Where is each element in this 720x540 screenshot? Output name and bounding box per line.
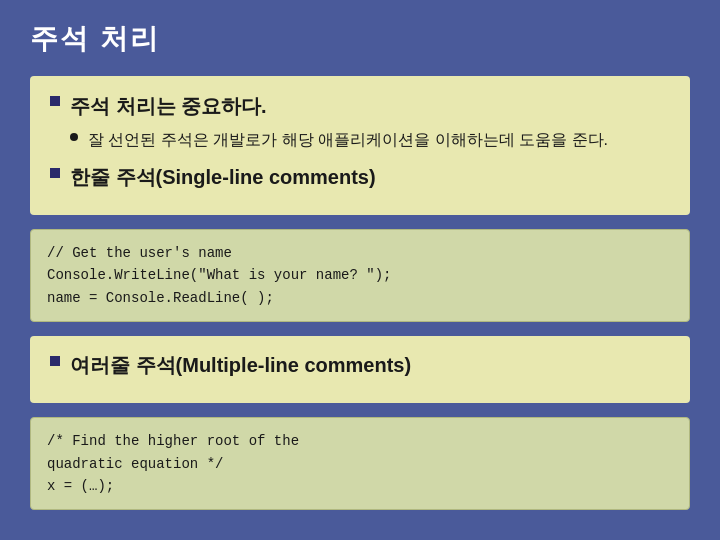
multi-line-header: 여러줄 주석(Multiple-line comments) — [70, 352, 411, 379]
bullet-item-3: 여러줄 주석(Multiple-line comments) — [50, 352, 670, 379]
sub-bullet-text-1: 잘 선언된 주석은 개발로가 해당 애플리케이션을 이해하는데 도움을 준다. — [88, 128, 608, 152]
code-line-3: name = Console.ReadLine( ); — [47, 287, 673, 309]
page-container: 주석 처리 주석 처리는 중요하다. 잘 선언된 주석은 개발로가 해당 애플리… — [0, 0, 720, 540]
main-content-box: 주석 처리는 중요하다. 잘 선언된 주석은 개발로가 해당 애플리케이션을 이… — [30, 76, 690, 215]
page-title: 주석 처리 — [30, 20, 690, 58]
bullet-square-icon — [50, 96, 60, 106]
code-line-4: /* Find the higher root of the — [47, 430, 673, 452]
bullet-square-icon-3 — [50, 356, 60, 366]
code-line-5: quadratic equation */ — [47, 453, 673, 475]
bullet-text-important: 주석 처리는 중요하다. — [70, 92, 267, 120]
sub-bullet-item-1: 잘 선언된 주석은 개발로가 해당 애플리케이션을 이해하는데 도움을 준다. — [70, 128, 670, 152]
single-line-header: 한줄 주석(Single-line comments) — [70, 164, 376, 191]
code-box-1: // Get the user's name Console.WriteLine… — [30, 229, 690, 322]
code-line-2: Console.WriteLine("What is your name? ")… — [47, 264, 673, 286]
multi-line-content-box: 여러줄 주석(Multiple-line comments) — [30, 336, 690, 403]
code-line-6: x = (…); — [47, 475, 673, 497]
bullet-item-2: 한줄 주석(Single-line comments) — [50, 164, 670, 191]
code-box-2: /* Find the higher root of the quadratic… — [30, 417, 690, 510]
bullet-item-1: 주석 처리는 중요하다. — [50, 92, 670, 120]
bullet-circle-icon — [70, 133, 78, 141]
bullet-square-icon-2 — [50, 168, 60, 178]
code-line-1: // Get the user's name — [47, 242, 673, 264]
